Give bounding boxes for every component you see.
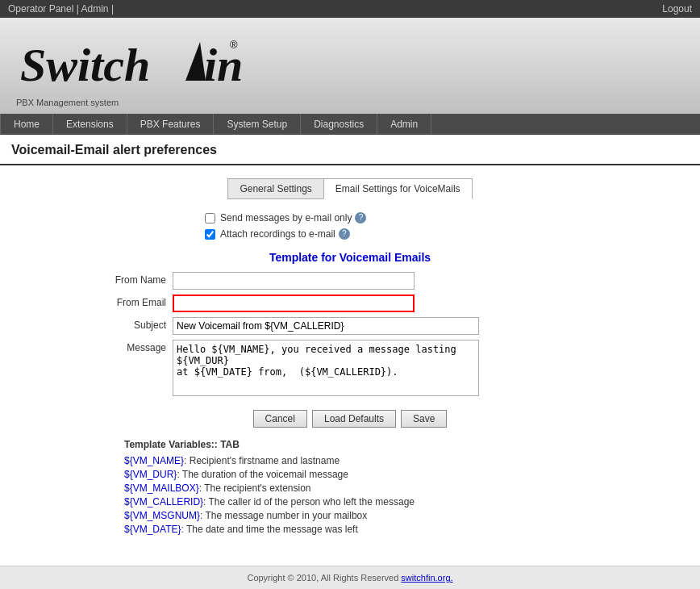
template-var-vm-date: ${VM_DATE}: The date and time the messag… [124,524,624,535]
admin-link[interactable]: Admin [81,3,109,15]
tab-email-settings[interactable]: Email Settings for VoiceMails [323,178,473,199]
from-email-input-wrapper [173,294,415,312]
message-input-wrapper: Hello ${VM_NAME}, you received a message… [173,340,624,399]
save-button[interactable]: Save [401,410,447,428]
subject-row: Subject [92,317,624,335]
send-email-only-checkbox[interactable] [205,213,215,223]
svg-text:®: ® [230,39,238,51]
from-email-input[interactable] [173,294,415,312]
logo-svg: Switch in ® [16,26,242,90]
tab-general-settings[interactable]: General Settings [227,178,323,199]
template-var-vm-dur: ${VM_DUR}: The duration of the voicemail… [124,469,624,480]
attach-recordings-help-icon[interactable]: ? [339,228,350,240]
from-email-label: From Email [92,294,173,308]
header: Switch in ® PBX Management system [0,18,700,114]
logo: Switch in ® [16,26,242,93]
send-email-help-icon[interactable]: ? [355,212,366,223]
nav-diagnostics[interactable]: Diagnostics [301,114,377,135]
top-bar: Operator Panel | Admin | Logout [0,0,700,18]
top-bar-links: Operator Panel | Admin | [8,3,114,15]
from-name-input-wrapper [173,272,415,290]
settings-panel: General Settings Email Settings for Voic… [76,178,624,535]
logout-button[interactable]: Logout [662,3,692,15]
nav-system-setup[interactable]: System Setup [214,114,301,135]
footer-link[interactable]: switchfin.org. [401,573,452,583]
svg-text:Switch: Switch [20,39,150,90]
nav-extensions[interactable]: Extensions [53,114,127,135]
message-textarea[interactable]: Hello ${VM_NAME}, you received a message… [173,340,479,396]
template-var-vm-name: ${VM_NAME}: Recipient's firstname and la… [124,455,624,466]
operator-panel-link[interactable]: Operator Panel [8,3,73,15]
subject-input[interactable] [173,317,479,335]
nav-pbx-features[interactable]: PBX Features [127,114,215,135]
from-name-row: From Name [92,272,624,290]
template-variables-section: Template Variables:: TAB ${VM_NAME}: Rec… [76,439,624,535]
template-vars-title: Template Variables:: TAB [124,439,624,450]
nav-bar: Home Extensions PBX Features System Setu… [0,114,700,135]
logo-area: Switch in ® [16,26,684,93]
content-area: General Settings Email Settings for Voic… [0,165,700,550]
checkbox-row-attach-recordings: Attach recordings to e-mail ? [76,228,624,240]
subject-input-wrapper [173,317,624,335]
button-row: Cancel Load Defaults Save [76,410,624,428]
tab-bar: General Settings Email Settings for Voic… [76,178,624,199]
from-name-label: From Name [92,272,173,286]
footer-text: Copyright © 2010, All Rights Reserved [247,573,401,583]
message-row: Message Hello ${VM_NAME}, you received a… [92,340,624,399]
template-var-vm-callerid: ${VM_CALLERID}: The caller id of the per… [124,496,624,508]
nav-admin[interactable]: Admin [377,114,431,135]
page-title: Voicemail-Email alert preferences [11,143,689,157]
attach-recordings-label: Attach recordings to e-mail [220,228,335,240]
nav-home[interactable]: Home [0,114,53,135]
template-var-vm-mailbox: ${VM_MAILBOX}: The recipient's extension [124,482,624,494]
template-var-vm-msgnum: ${VM_MSGNUM}: The message number in your… [124,510,624,521]
page-title-bar: Voicemail-Email alert preferences [0,135,700,165]
message-label: Message [92,340,173,353]
load-defaults-button[interactable]: Load Defaults [312,410,396,428]
cancel-button[interactable]: Cancel [253,410,307,428]
svg-marker-1 [185,42,206,81]
footer: Copyright © 2010, All Rights Reserved sw… [0,566,700,589]
template-heading: Template for Voicemail Emails [76,251,624,264]
form-area: From Name From Email Subject [76,272,624,399]
send-email-only-label: Send messages by e-mail only [220,212,352,223]
attach-recordings-checkbox[interactable] [205,229,215,240]
checkbox-row-send-email: Send messages by e-mail only ? [76,212,624,223]
from-email-row: From Email [92,294,624,312]
subject-label: Subject [92,317,173,331]
logo-subtitle: PBX Management system [16,98,684,107]
from-name-input[interactable] [173,272,415,290]
